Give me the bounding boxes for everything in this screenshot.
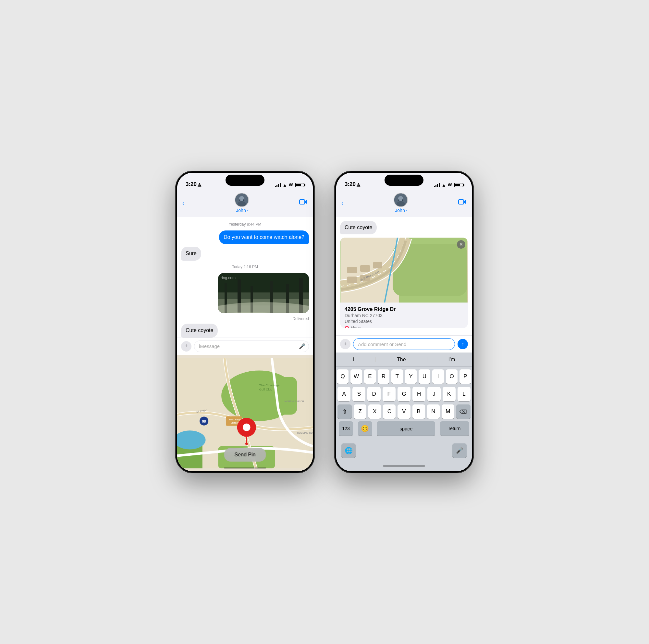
video-call-button-1[interactable] bbox=[299, 199, 308, 207]
phone-1: 3:20 ◮ ▲ 68 ‹ bbox=[175, 171, 315, 473]
key-h[interactable]: H bbox=[413, 387, 425, 401]
battery-percent-1: 68 bbox=[289, 183, 293, 187]
nav-center-1[interactable]: John › bbox=[234, 193, 249, 213]
key-l[interactable]: L bbox=[458, 387, 471, 401]
message-media-1[interactable]: ring.com ▶ bbox=[218, 273, 309, 313]
suggestion-the[interactable]: The bbox=[390, 355, 413, 364]
back-button-1[interactable]: ‹ bbox=[182, 199, 185, 207]
svg-text:Golf Club: Golf Club bbox=[259, 387, 272, 391]
signal-icon-1 bbox=[275, 183, 281, 187]
battery-fill-2 bbox=[455, 184, 460, 186]
key-p[interactable]: P bbox=[460, 370, 471, 384]
sig-bar-1 bbox=[434, 186, 435, 187]
video-call-button-2[interactable] bbox=[458, 199, 467, 207]
dynamic-island-1 bbox=[225, 175, 264, 186]
keyboard-key-rows: Q W E R T Y U I O P A S D F G bbox=[336, 367, 472, 420]
key-m[interactable]: M bbox=[442, 404, 454, 419]
message-bubble-coyote-2[interactable]: Cute coyote bbox=[340, 221, 377, 234]
mic-icon-1[interactable]: 🎤 bbox=[299, 343, 305, 349]
map-attach-info: 4205 Grove Ridge Dr Durham NC 27703 Unit… bbox=[340, 303, 468, 328]
location-icon-2: ◮ bbox=[357, 182, 360, 187]
back-button-2[interactable]: ‹ bbox=[341, 199, 344, 207]
svg-rect-43 bbox=[402, 199, 403, 201]
numbers-key[interactable]: 123 bbox=[339, 421, 353, 436]
signal-bar-4 bbox=[280, 183, 281, 187]
svg-text:ROBBINS RD: ROBBINS RD bbox=[297, 431, 313, 434]
key-z[interactable]: Z bbox=[354, 404, 366, 419]
key-b[interactable]: B bbox=[413, 404, 425, 419]
suggestion-im[interactable]: I'm bbox=[442, 355, 462, 364]
delete-key[interactable]: ⌫ bbox=[456, 404, 471, 419]
input-placeholder-1: iMessage bbox=[199, 343, 220, 349]
key-s[interactable]: S bbox=[352, 387, 365, 401]
sig-bar-4 bbox=[439, 183, 440, 187]
message-bubble-outgoing-1[interactable]: Do you want to come watch alone? bbox=[219, 230, 309, 244]
wifi-icon-2: ▲ bbox=[442, 182, 446, 187]
key-f[interactable]: F bbox=[383, 387, 396, 401]
key-n[interactable]: N bbox=[427, 404, 440, 419]
map-attachment[interactable]: ✕ bbox=[340, 238, 468, 328]
key-q[interactable]: Q bbox=[337, 370, 348, 384]
key-w[interactable]: W bbox=[350, 370, 362, 384]
timestamp-yesterday: Yesterday 8:44 PM bbox=[181, 222, 309, 226]
key-d[interactable]: D bbox=[367, 387, 380, 401]
svg-point-2 bbox=[238, 201, 246, 207]
key-t[interactable]: T bbox=[391, 370, 403, 384]
signal-icon-2 bbox=[434, 183, 440, 187]
key-o[interactable]: O bbox=[446, 370, 458, 384]
name-chevron-1: › bbox=[247, 208, 248, 212]
dynamic-island-2 bbox=[385, 175, 424, 186]
return-label: return bbox=[449, 426, 461, 431]
message-input-1[interactable]: iMessage 🎤 bbox=[194, 341, 309, 352]
avatar-1 bbox=[234, 193, 249, 207]
send-pin-label: Send Pin bbox=[234, 452, 256, 457]
map-country: United States bbox=[345, 319, 463, 324]
map-address: 4205 Grove Ridge Dr bbox=[345, 306, 463, 312]
plus-button-1[interactable]: + bbox=[181, 341, 191, 351]
svg-text:98: 98 bbox=[202, 419, 206, 423]
send-pin-button[interactable]: Send Pin bbox=[224, 448, 266, 462]
message-bubble-incoming-sure[interactable]: Sure bbox=[181, 247, 201, 260]
keyboard: I | The | I'm Q W E R T Y U I O bbox=[336, 352, 472, 471]
svg-point-41 bbox=[397, 201, 405, 207]
emoji-key[interactable]: 😊 bbox=[358, 421, 372, 436]
keyboard-mic-key[interactable]: 🎤 bbox=[452, 443, 467, 458]
return-key[interactable]: return bbox=[440, 421, 469, 436]
compose-input[interactable]: Add comment or Send bbox=[353, 338, 455, 350]
key-y[interactable]: Y bbox=[405, 370, 417, 384]
plus-button-2[interactable]: + bbox=[340, 339, 350, 349]
shift-key[interactable]: ⇧ bbox=[338, 404, 352, 419]
svg-rect-44 bbox=[459, 200, 464, 204]
map-area-1[interactable]: ST HWY NORTHLAKE DR ROBBINS RD 98 The Cr… bbox=[177, 355, 313, 472]
key-e[interactable]: E bbox=[364, 370, 376, 384]
nav-center-2[interactable]: John › bbox=[394, 193, 408, 213]
name-text-1: John bbox=[236, 208, 246, 213]
key-v[interactable]: V bbox=[397, 404, 410, 419]
globe-key[interactable]: 🌐 bbox=[341, 443, 356, 458]
key-u[interactable]: U bbox=[419, 370, 430, 384]
media-watermark: ring.com bbox=[221, 275, 235, 280]
suggestion-i[interactable]: I bbox=[347, 355, 361, 364]
contact-name-2[interactable]: John › bbox=[395, 208, 406, 213]
status-icons-2: ▲ 68 bbox=[434, 182, 463, 187]
message-text-coyote: Cute coyote bbox=[186, 328, 213, 333]
send-icon: ↑ bbox=[462, 341, 464, 347]
keyboard-extras-row: 🌐 🎤 bbox=[336, 442, 472, 460]
key-x[interactable]: X bbox=[368, 404, 381, 419]
key-r[interactable]: R bbox=[378, 370, 389, 384]
message-bubble-coyote[interactable]: Cute coyote bbox=[181, 324, 218, 337]
space-key[interactable]: space bbox=[377, 421, 435, 436]
svg-point-16 bbox=[218, 302, 309, 313]
message-text-sure: Sure bbox=[186, 251, 197, 256]
name-chevron-2: › bbox=[406, 208, 407, 212]
key-k[interactable]: K bbox=[443, 387, 456, 401]
key-j[interactable]: J bbox=[427, 387, 440, 401]
key-a[interactable]: A bbox=[338, 387, 350, 401]
key-g[interactable]: G bbox=[397, 387, 410, 401]
key-c[interactable]: C bbox=[383, 404, 396, 419]
svg-point-38 bbox=[245, 442, 248, 445]
phone-2: 3:20 ◮ ▲ 68 ‹ bbox=[334, 171, 474, 473]
contact-name-1[interactable]: John › bbox=[236, 208, 248, 213]
send-button[interactable]: ↑ bbox=[458, 339, 468, 349]
key-i[interactable]: I bbox=[432, 370, 444, 384]
